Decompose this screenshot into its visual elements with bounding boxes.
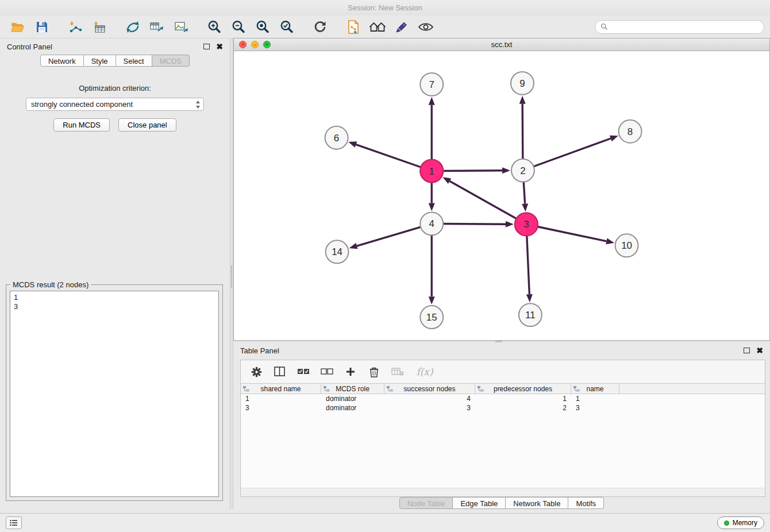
sort-icon [387,386,393,392]
column-header-predecessor-nodes[interactable]: predecessor nodes [475,384,571,394]
zoom-in-button[interactable] [202,18,226,36]
graph-node-3[interactable]: 3 [515,213,538,236]
graph-edge-1-2[interactable] [443,167,510,174]
zoom-fit-icon [255,20,270,34]
table-row[interactable]: 1dominator411 [241,394,765,403]
graph-node-9[interactable]: 9 [511,72,534,95]
cytoscape-home-button[interactable] [365,18,390,36]
sort-icon [573,386,580,392]
table-toolbar: f(x) [241,360,765,383]
export-image-button[interactable] [169,18,193,36]
close-panel-button[interactable]: Close panel [118,118,176,132]
zoom-window-button[interactable]: + [263,41,271,48]
float-panel-icon[interactable] [203,44,210,49]
table-settings-button[interactable] [249,364,264,379]
graph-edge-1-4[interactable] [429,183,435,211]
zoom-selected-button[interactable] [275,18,299,36]
show-columns-button[interactable] [272,364,287,379]
column-header-successor-nodes[interactable]: successor nodes [384,384,475,394]
graph-edge-4-14[interactable] [349,227,421,249]
export-network-button[interactable] [341,18,365,36]
graph-edge-2-8[interactable] [534,136,618,167]
table-row[interactable]: 3dominator323 [241,403,765,413]
criterion-dropdown[interactable]: strongly connected component [26,98,204,111]
search-icon [600,23,608,30]
close-table-panel-icon[interactable]: ✖ [756,348,763,353]
tab-mcds[interactable]: MCDS [152,55,190,67]
tab-motifs[interactable]: Motifs [568,497,604,509]
graph-edge-3-10[interactable] [537,227,614,245]
open-file-button[interactable] [6,18,30,36]
search-field[interactable] [595,20,764,34]
graph-node-1[interactable]: 1 [420,160,443,183]
network-canvas[interactable]: 7968124314101511 [234,51,769,340]
graph-node-10[interactable]: 10 [615,234,638,257]
save-session-button[interactable] [30,18,54,36]
graph-edge-3-1[interactable] [442,177,516,218]
graph-node-15[interactable]: 15 [420,306,443,329]
graph-node-11[interactable]: 11 [519,303,542,326]
eye-icon [418,21,434,33]
task-history-button[interactable] [6,516,22,529]
import-network-button[interactable] [63,18,87,36]
tab-edge-table[interactable]: Edge Table [453,497,506,509]
graph-edge-4-15[interactable] [429,235,435,304]
column-header-shared-name[interactable]: shared name [241,384,321,394]
refresh-view-button[interactable] [308,18,332,36]
svg-text:4: 4 [429,218,434,229]
graph-edge-2-3[interactable] [522,182,528,212]
table-horizontal-scrollbar[interactable] [241,488,765,496]
table-from-database-button[interactable] [145,18,169,36]
function-builder-button[interactable]: f(x) [414,364,436,379]
table-cell: 2 [475,404,571,412]
import-table-button[interactable] [87,18,111,36]
apply-style-button[interactable] [390,18,414,36]
tab-node-table[interactable]: Node Table [399,497,453,509]
graph-node-8[interactable]: 8 [619,120,642,143]
add-row-button[interactable] [343,364,358,379]
graph-node-4[interactable]: 4 [420,212,443,235]
tab-network[interactable]: Network [40,55,84,67]
tab-style[interactable]: Style [84,55,116,67]
float-table-panel-icon[interactable] [744,348,750,353]
graph-edge-4-3[interactable] [443,221,514,228]
graph-node-7[interactable]: 7 [420,73,443,96]
table-cell: 3 [384,404,475,412]
mcds-result-list[interactable]: 13 [10,291,219,497]
unselect-all-columns-button[interactable] [319,364,334,379]
svg-text:9: 9 [519,78,525,89]
delete-row-button[interactable] [367,364,382,379]
graph-edge-1-6[interactable] [348,141,421,167]
status-bar: Memory [0,513,770,532]
control-panel: Control Panel ✖ NetworkStyleSelectMCDS O… [0,38,230,509]
run-mcds-button[interactable]: Run MCDS [53,118,110,132]
graph-edge-2-9[interactable] [519,96,526,159]
graph-edge-3-11[interactable] [526,236,533,302]
select-all-columns-button[interactable] [296,364,311,379]
close-panel-icon[interactable]: ✖ [216,44,223,49]
graph-node-6[interactable]: 6 [325,126,348,149]
network-from-database-button[interactable] [121,18,145,36]
network-graph[interactable]: 7968124314101511 [234,51,769,340]
memory-button[interactable]: Memory [717,516,764,529]
table-panel-tabs: Node TableEdge TableNetwork TableMotifs [233,497,770,509]
table-cell: 3 [241,404,321,412]
zoom-out-button[interactable] [226,18,251,36]
column-header-name[interactable]: name [571,384,619,394]
network-window-titlebar[interactable]: scc.txt × – + [234,38,769,51]
network-window-title: scc.txt [234,40,769,49]
memory-label: Memory [733,519,757,527]
tab-select[interactable]: Select [116,55,152,67]
graph-node-2[interactable]: 2 [511,159,534,182]
show-hide-button[interactable] [414,18,438,36]
delete-table-button[interactable] [390,364,405,379]
close-window-button[interactable]: × [239,41,247,48]
graph-node-14[interactable]: 14 [326,240,349,263]
search-input[interactable] [611,22,759,31]
tab-network-table[interactable]: Network Table [506,497,568,509]
minimize-window-button[interactable]: – [251,41,259,48]
table-panel-title: Table Panel [240,346,279,355]
zoom-fit-button[interactable] [251,18,275,36]
graph-edge-1-7[interactable] [429,97,435,160]
column-header-mcds-role[interactable]: MCDS role [321,384,384,394]
